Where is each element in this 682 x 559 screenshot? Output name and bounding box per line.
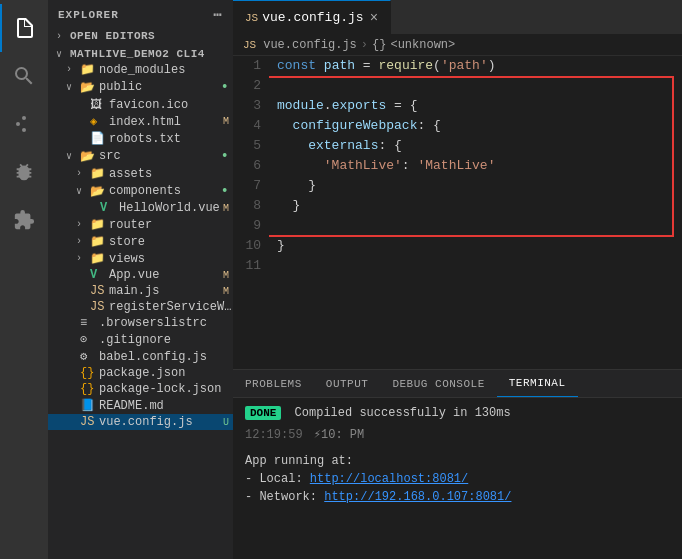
index-html-file[interactable]: ◈ index.html M: [48, 113, 233, 130]
package-json-icon: {}: [80, 366, 96, 380]
svg-point-0: [22, 128, 26, 132]
components-folder-icon: 📂: [90, 184, 106, 199]
src-badge: •: [221, 148, 229, 164]
panel-tabs: PROBLEMS OUTPUT DEBUG CONSOLE TERMINAL: [233, 370, 682, 398]
code-content[interactable]: const path = require('path') module.expo…: [269, 56, 682, 369]
tab-close-icon[interactable]: ×: [370, 11, 378, 25]
helloworld-file[interactable]: V HelloWorld.vue M: [48, 200, 233, 216]
src-folder-icon: 📂: [80, 149, 96, 164]
activity-search-icon[interactable]: [0, 52, 48, 100]
code-line-2: [277, 76, 682, 96]
activity-debug-icon[interactable]: [0, 148, 48, 196]
project-chevron: ∨: [56, 48, 70, 60]
package-lock-icon: {}: [80, 382, 96, 396]
package-json-label: package.json: [99, 366, 233, 380]
assets-folder[interactable]: › 📁 assets: [48, 165, 233, 182]
browserslistrc-file[interactable]: ≡ .browserslistrc: [48, 315, 233, 331]
txt-icon: 📄: [90, 131, 106, 146]
node-modules-label: node_modules: [99, 63, 233, 77]
app-vue-file[interactable]: V App.vue M: [48, 267, 233, 283]
robots-label: robots.txt: [109, 132, 233, 146]
breadcrumb-file: vue.config.js: [263, 38, 357, 52]
code-line-9: [277, 216, 682, 236]
assets-folder-icon: 📁: [90, 166, 106, 181]
helloworld-badge: M: [223, 203, 229, 214]
views-folder[interactable]: › 📁 views: [48, 250, 233, 267]
activity-bar: [0, 0, 48, 559]
explorer-title: EXPLORER: [58, 9, 119, 21]
components-badge: •: [221, 183, 229, 199]
line-numbers: 1 2 3 4 5 6 7 8 9 10 11: [233, 56, 269, 369]
node-modules-folder[interactable]: › 📁 node_modules: [48, 61, 233, 78]
tab-bar: JS vue.config.js ×: [233, 0, 682, 35]
terminal-content[interactable]: DONE Compiled successfully in 130ms 12:1…: [233, 398, 682, 559]
store-folder[interactable]: › 📁 store: [48, 233, 233, 250]
gitignore-label: .gitignore: [99, 333, 233, 347]
readme-file[interactable]: 📘 README.md: [48, 397, 233, 414]
project-root[interactable]: ∨ MATHLIVE_DEMO2 CLI4: [48, 47, 233, 61]
code-line-10: }: [277, 236, 682, 256]
public-label: public: [99, 80, 221, 94]
src-folder[interactable]: ∨ 📂 src •: [48, 147, 233, 165]
code-editor[interactable]: 1 2 3 4 5 6 7 8 9 10 11 const path = req…: [233, 56, 682, 369]
code-line-4: configureWebpack: {: [277, 116, 682, 136]
code-line-5: externals: {: [277, 136, 682, 156]
app-running-text: App running at:: [245, 454, 353, 468]
views-label: views: [109, 252, 233, 266]
tab-problems[interactable]: PROBLEMS: [233, 370, 314, 397]
tab-filename: vue.config.js: [262, 10, 363, 25]
robots-file[interactable]: 📄 robots.txt: [48, 130, 233, 147]
app-vue-icon: V: [90, 268, 106, 282]
tab-terminal[interactable]: TERMINAL: [497, 370, 578, 397]
activity-extensions-icon[interactable]: [0, 196, 48, 244]
store-label: store: [109, 235, 233, 249]
router-folder[interactable]: › 📁 router: [48, 216, 233, 233]
code-line-3: module.exports = {: [277, 96, 682, 116]
sw-js-icon: JS: [90, 300, 106, 314]
activity-files-icon[interactable]: [0, 4, 48, 52]
vue-config-badge: U: [223, 417, 229, 428]
helloworld-label: HelloWorld.vue: [119, 201, 223, 215]
tab-output[interactable]: OUTPUT: [314, 370, 381, 397]
bottom-panel: PROBLEMS OUTPUT DEBUG CONSOLE TERMINAL D…: [233, 369, 682, 559]
timestamp-suffix: ⚡10: PM: [314, 428, 364, 442]
package-json-file[interactable]: {} package.json: [48, 365, 233, 381]
components-chevron: ∨: [76, 185, 90, 197]
code-line-8: }: [277, 196, 682, 216]
router-folder-icon: 📁: [90, 217, 106, 232]
code-line-6: 'MathLive': 'MathLive': [277, 156, 682, 176]
favicon-label: favicon.ico: [109, 98, 233, 112]
public-folder[interactable]: ∨ 📂 public •: [48, 78, 233, 96]
sidebar-icons: ⋯: [214, 6, 223, 23]
components-folder[interactable]: ∨ 📂 components •: [48, 182, 233, 200]
app-vue-badge: M: [223, 270, 229, 281]
public-folder-icon: 📂: [80, 80, 96, 95]
vue-config-file[interactable]: JS vue.config.js U: [48, 414, 233, 430]
package-lock-file[interactable]: {} package-lock.json: [48, 381, 233, 397]
code-line-1: const path = require('path'): [277, 56, 682, 76]
folder-icon: 📁: [80, 62, 96, 77]
terminal-line-done: DONE Compiled successfully in 130ms: [245, 404, 670, 422]
open-editors-section[interactable]: › OPEN EDITORS: [48, 29, 233, 43]
activity-git-icon[interactable]: [0, 100, 48, 148]
vue-config-label: vue.config.js: [99, 415, 223, 429]
breadcrumb-js-icon: JS: [243, 39, 256, 51]
tab-debug-console[interactable]: DEBUG CONSOLE: [380, 370, 496, 397]
new-file-icon[interactable]: ⋯: [214, 6, 223, 23]
gitignore-file[interactable]: ⊙ .gitignore: [48, 331, 233, 348]
html-icon: ◈: [90, 114, 106, 129]
main-js-file[interactable]: JS main.js M: [48, 283, 233, 299]
readme-icon: 📘: [80, 398, 96, 413]
network-label: - Network:: [245, 490, 324, 504]
network-url[interactable]: http://192.168.0.107:8081/: [324, 490, 511, 504]
local-url[interactable]: http://localhost:8081/: [310, 472, 468, 486]
store-chevron: ›: [76, 236, 90, 247]
vue-config-tab[interactable]: JS vue.config.js ×: [233, 0, 391, 34]
rc-icon: ≡: [80, 316, 96, 330]
terminal-line-local: - Local: http://localhost:8081/: [245, 470, 670, 488]
register-sw-file[interactable]: JS registerServiceWorker.js: [48, 299, 233, 315]
babel-config-file[interactable]: ⚙ babel.config.js: [48, 348, 233, 365]
favicon-file[interactable]: 🖼 favicon.ico: [48, 96, 233, 113]
breadcrumb: JS vue.config.js › {} <unknown>: [233, 35, 682, 56]
assets-label: assets: [109, 167, 233, 181]
